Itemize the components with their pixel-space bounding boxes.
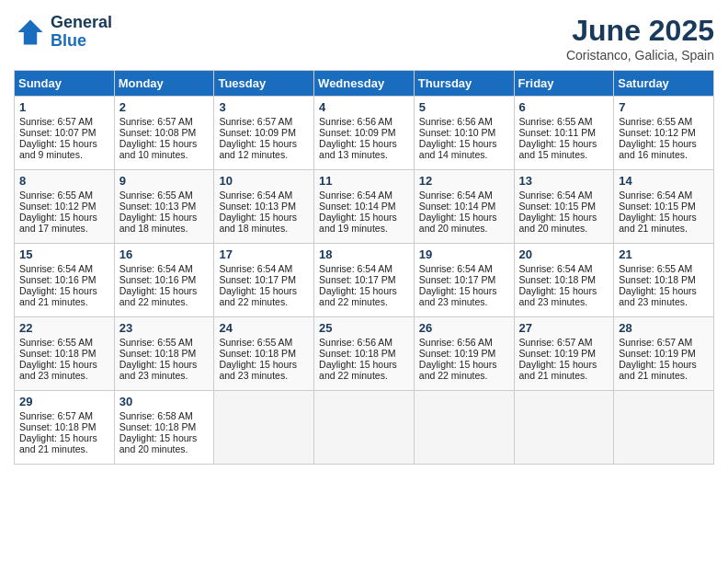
daylight-text: Daylight: 15 hours and 17 minutes. — [19, 212, 97, 234]
sunset-text: Sunset: 10:11 PM — [519, 127, 596, 138]
sunset-text: Sunset: 10:16 PM — [19, 274, 96, 285]
sunrise-text: Sunrise: 6:54 AM — [219, 263, 292, 274]
sunrise-text: Sunrise: 6:55 AM — [219, 337, 292, 348]
day-header-sunday: Sunday — [15, 71, 115, 97]
day-number: 2 — [119, 100, 210, 114]
sunrise-text: Sunrise: 6:54 AM — [519, 263, 593, 274]
sunrise-text: Sunrise: 6:54 AM — [319, 190, 392, 201]
day-number: 24 — [219, 321, 309, 335]
sunset-text: Sunset: 10:18 PM — [19, 348, 96, 359]
day-number: 25 — [319, 321, 409, 335]
calendar-cell: 17Sunrise: 6:54 AMSunset: 10:17 PMDaylig… — [214, 244, 314, 317]
sunset-text: Sunset: 10:14 PM — [319, 201, 395, 212]
calendar-cell: 12Sunrise: 6:54 AMSunset: 10:14 PMDaylig… — [414, 170, 514, 244]
day-number: 19 — [419, 247, 509, 261]
calendar-cell: 19Sunrise: 6:54 AMSunset: 10:17 PMDaylig… — [414, 244, 514, 317]
day-header-thursday: Thursday — [414, 71, 514, 97]
calendar-cell: 21Sunrise: 6:55 AMSunset: 10:18 PMDaylig… — [614, 244, 714, 317]
sunrise-text: Sunrise: 6:56 AM — [419, 337, 493, 348]
sunset-text: Sunset: 10:17 PM — [319, 274, 395, 285]
daylight-text: Daylight: 15 hours and 18 minutes. — [219, 212, 297, 234]
daylight-text: Daylight: 15 hours and 22 minutes. — [319, 285, 397, 307]
calendar-cell: 27Sunrise: 6:57 AMSunset: 10:19 PMDaylig… — [514, 317, 614, 391]
calendar-cell: 11Sunrise: 6:54 AMSunset: 10:14 PMDaylig… — [314, 170, 415, 244]
daylight-text: Daylight: 15 hours and 18 minutes. — [119, 212, 198, 234]
daylight-text: Daylight: 15 hours and 22 minutes. — [119, 285, 198, 307]
calendar-week-5: 29Sunrise: 6:57 AMSunset: 10:18 PMDaylig… — [15, 391, 714, 465]
day-number: 22 — [19, 321, 109, 335]
sunrise-text: Sunrise: 6:55 AM — [119, 190, 193, 201]
day-number: 30 — [119, 395, 210, 408]
calendar-cell: 10Sunrise: 6:54 AMSunset: 10:13 PMDaylig… — [214, 170, 314, 244]
sunrise-text: Sunrise: 6:55 AM — [619, 263, 692, 274]
calendar-cell: 22Sunrise: 6:55 AMSunset: 10:18 PMDaylig… — [15, 317, 115, 391]
sunrise-text: Sunrise: 6:56 AM — [419, 116, 493, 127]
sunrise-text: Sunrise: 6:55 AM — [619, 116, 692, 127]
sunset-text: Sunset: 10:15 PM — [619, 201, 695, 212]
day-number: 11 — [319, 174, 409, 188]
sunset-text: Sunset: 10:12 PM — [19, 201, 96, 212]
calendar-cell: 4Sunrise: 6:56 AMSunset: 10:09 PMDayligh… — [314, 97, 415, 170]
day-number: 20 — [519, 247, 609, 261]
day-number: 15 — [19, 247, 109, 261]
sunset-text: Sunset: 10:18 PM — [519, 274, 596, 285]
day-number: 14 — [619, 174, 709, 188]
calendar-cell: 23Sunrise: 6:55 AMSunset: 10:18 PMDaylig… — [114, 317, 214, 391]
sunset-text: Sunset: 10:19 PM — [419, 348, 495, 359]
day-number: 1 — [19, 100, 109, 114]
daylight-text: Daylight: 15 hours and 21 minutes. — [519, 359, 597, 381]
daylight-text: Daylight: 15 hours and 22 minutes. — [319, 359, 397, 381]
calendar-week-3: 15Sunrise: 6:54 AMSunset: 10:16 PMDaylig… — [15, 244, 714, 317]
daylight-text: Daylight: 15 hours and 16 minutes. — [619, 138, 697, 160]
day-number: 21 — [619, 247, 709, 261]
daylight-text: Daylight: 15 hours and 9 minutes. — [19, 138, 97, 160]
daylight-text: Daylight: 15 hours and 23 minutes. — [219, 359, 297, 381]
title-block: June 2025 Coristanco, Galicia, Spain — [566, 14, 714, 63]
calendar-cell: 20Sunrise: 6:54 AMSunset: 10:18 PMDaylig… — [514, 244, 614, 317]
sunset-text: Sunset: 10:17 PM — [419, 274, 495, 285]
sunrise-text: Sunrise: 6:55 AM — [519, 116, 593, 127]
calendar-cell: 30Sunrise: 6:58 AMSunset: 10:18 PMDaylig… — [114, 391, 214, 465]
day-header-friday: Friday — [514, 71, 614, 97]
day-number: 27 — [519, 321, 609, 335]
day-number: 4 — [319, 100, 409, 114]
sunset-text: Sunset: 10:09 PM — [319, 127, 395, 138]
daylight-text: Daylight: 15 hours and 13 minutes. — [319, 138, 397, 160]
day-number: 7 — [619, 100, 709, 114]
daylight-text: Daylight: 15 hours and 20 minutes. — [419, 212, 497, 234]
day-number: 12 — [419, 174, 509, 188]
calendar-cell: 13Sunrise: 6:54 AMSunset: 10:15 PMDaylig… — [514, 170, 614, 244]
sunrise-text: Sunrise: 6:54 AM — [419, 190, 493, 201]
sunset-text: Sunset: 10:07 PM — [19, 127, 96, 138]
day-header-tuesday: Tuesday — [214, 71, 314, 97]
day-header-monday: Monday — [114, 71, 214, 97]
day-number: 6 — [519, 100, 609, 114]
calendar-cell — [414, 391, 514, 465]
day-number: 29 — [19, 395, 109, 408]
logo-icon — [14, 16, 47, 49]
calendar-cell: 29Sunrise: 6:57 AMSunset: 10:18 PMDaylig… — [15, 391, 115, 465]
sunset-text: Sunset: 10:12 PM — [619, 127, 695, 138]
daylight-text: Daylight: 15 hours and 22 minutes. — [419, 359, 497, 381]
calendar-week-1: 1Sunrise: 6:57 AMSunset: 10:07 PMDayligh… — [15, 97, 714, 170]
day-number: 28 — [619, 321, 709, 335]
logo-line1: General — [51, 13, 112, 31]
sunset-text: Sunset: 10:17 PM — [219, 274, 295, 285]
calendar-cell: 9Sunrise: 6:55 AMSunset: 10:13 PMDayligh… — [114, 170, 214, 244]
calendar-cell: 6Sunrise: 6:55 AMSunset: 10:11 PMDayligh… — [514, 97, 614, 170]
daylight-text: Daylight: 15 hours and 23 minutes. — [419, 285, 497, 307]
day-number: 17 — [219, 247, 309, 261]
sunrise-text: Sunrise: 6:54 AM — [419, 263, 493, 274]
sunrise-text: Sunrise: 6:57 AM — [219, 116, 292, 127]
day-number: 26 — [419, 321, 509, 335]
sunset-text: Sunset: 10:18 PM — [619, 274, 695, 285]
daylight-text: Daylight: 15 hours and 22 minutes. — [219, 285, 297, 307]
day-header-wednesday: Wednesday — [314, 71, 415, 97]
day-number: 8 — [19, 174, 109, 188]
sunset-text: Sunset: 10:19 PM — [519, 348, 596, 359]
sunrise-text: Sunrise: 6:57 AM — [119, 116, 193, 127]
sunset-text: Sunset: 10:18 PM — [219, 348, 295, 359]
sunset-text: Sunset: 10:19 PM — [619, 348, 695, 359]
calendar-cell — [214, 391, 314, 465]
sunrise-text: Sunrise: 6:56 AM — [319, 337, 392, 348]
